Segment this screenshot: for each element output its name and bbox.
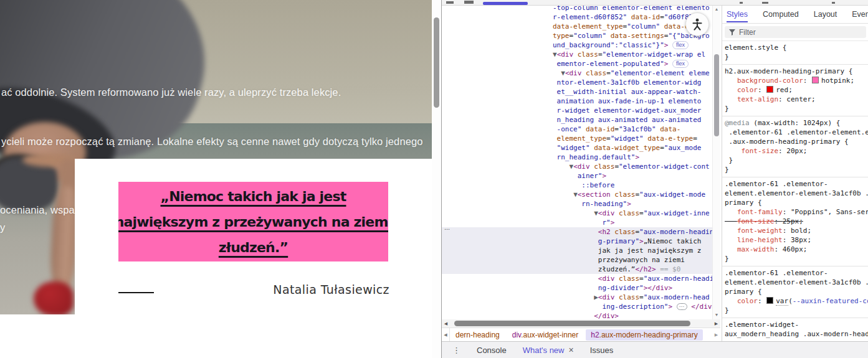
css-rule-line[interactable]: } xyxy=(725,306,868,315)
drawer-tab-whats-new[interactable]: What's new xyxy=(523,346,565,355)
elements-vertical-scrollbar[interactable]: ▲ ▼ xyxy=(712,6,720,319)
dom-tree-line[interactable]: ▼<section class="aux-widget-mode xyxy=(442,190,712,199)
dom-tree-line[interactable]: ng-divider"></div> xyxy=(442,283,712,293)
dom-tree-line[interactable]: g-primary">„Niemoc takich xyxy=(442,237,712,246)
breadcrumb-scroll-right-icon[interactable]: ▶ xyxy=(712,328,720,341)
page-scrollbar[interactable] xyxy=(432,0,441,358)
dom-tree-line[interactable]: przeżywanych na ziemi xyxy=(442,255,712,265)
css-rule-line[interactable]: } xyxy=(725,254,868,263)
dom-tree-line[interactable]: r-widget elementor-widget-aux_moder xyxy=(442,106,712,115)
dom-tree-line[interactable]: ainer"> xyxy=(442,171,712,181)
css-rule-line[interactable]: .elementor-widget- xyxy=(725,320,868,329)
dom-tree-line[interactable]: ▼<div class="elementor-element eleme xyxy=(442,68,712,78)
device-toolbar-icon[interactable] xyxy=(464,1,474,4)
css-rule[interactable]: element.style {} xyxy=(722,41,868,65)
drawer-menu-icon[interactable]: ⋮ xyxy=(452,346,460,355)
elements-horizontal-scrollbar-thumb[interactable] xyxy=(454,321,690,326)
tab-event-listeners[interactable]: Event Listeners xyxy=(852,7,868,22)
drawer-tab-issues[interactable]: Issues xyxy=(590,346,614,355)
dom-tree-line[interactable]: ▶<div class="aux-modern-head xyxy=(442,293,712,302)
dom-tree-line[interactable]: złudzeń.”</h2> == $0 xyxy=(442,265,712,274)
dom-tree-line[interactable]: ntor-element-3a1cf0b elementor-widg xyxy=(442,78,712,87)
css-rule-line[interactable]: } xyxy=(725,165,868,174)
dom-tree-line[interactable]: -top-column elementor-element elemento xyxy=(442,6,712,12)
css-rule-line[interactable]: element.elementor-element-3a1cf0b .aux-m… xyxy=(725,189,868,198)
dom-tree-line[interactable]: ▼<div class="aux-widget-inne xyxy=(442,209,712,218)
css-rule-line[interactable]: } xyxy=(725,104,868,113)
css-rule-line[interactable]: primary { xyxy=(725,198,868,207)
css-rule-line[interactable]: font-weight: bold; xyxy=(725,226,868,235)
scroll-right-icon[interactable]: ▶ xyxy=(712,319,720,327)
css-rules-list: element.style {}h2.aux-modern-heading-pr… xyxy=(722,41,868,341)
page-scrollbar-thumb[interactable] xyxy=(434,17,439,108)
dom-tree-line[interactable]: </div> xyxy=(442,311,712,319)
dom-tree-line[interactable]: n_heading aux-animated aux-animated xyxy=(442,115,712,125)
css-rule-line[interactable]: .elementor-61 .elementor- xyxy=(725,179,868,189)
css-rule-line[interactable]: text-align: center; xyxy=(725,95,868,104)
dom-tree-line[interactable]: data-element_type="column" data-e- xyxy=(442,22,712,31)
dom-tree-line[interactable]: ing-description"> ⋯ </div> xyxy=(442,302,712,311)
selected-node-menu-dots[interactable]: ⋯ xyxy=(444,226,451,232)
css-rule-line[interactable]: .elementor-61 .elementor-element.element… xyxy=(725,128,868,137)
dom-tree-line[interactable]: element_type="widget" data-e-type= xyxy=(442,134,712,143)
scroll-up-icon[interactable]: ▲ xyxy=(713,7,720,11)
dom-tree-line[interactable]: <div class="aux-modern-headi xyxy=(442,274,712,283)
css-rule-line[interactable]: background-color: hotpink; xyxy=(725,76,868,85)
elements-vertical-scrollbar-thumb[interactable] xyxy=(714,54,719,136)
elements-tab-indicator[interactable] xyxy=(483,2,528,5)
accessibility-widget-button[interactable] xyxy=(685,12,709,36)
scroll-left-icon[interactable]: ◀ xyxy=(442,319,450,327)
css-rule-line[interactable]: font-size: 25px; xyxy=(725,217,868,226)
dom-tree-line[interactable]: type="column" data-settings="{"backgro xyxy=(442,31,712,40)
styles-filter-input[interactable]: Filter xyxy=(725,26,866,38)
scroll-down-icon[interactable]: ▼ xyxy=(713,313,720,317)
css-rule-line[interactable]: aux_modern_heading .aux-modern-heading-p… xyxy=(725,329,868,339)
breadcrumb-item[interactable]: h2.aux-modern-heading-primary xyxy=(586,329,702,341)
css-rule-line[interactable]: color: var(--auxin-featured-color xyxy=(725,296,868,306)
dom-tree-line[interactable]: ▼<div class="elementor-widget-wrap el xyxy=(442,50,712,59)
css-rule[interactable]: h2.aux-modern-heading-primary { backgrou… xyxy=(722,65,868,116)
css-rule-line[interactable]: primary { xyxy=(725,287,868,296)
dom-tree-line[interactable]: und_background":"classic"}"> flex xyxy=(442,40,712,50)
dom-tree-line[interactable]: jak ja jest największym z xyxy=(442,246,712,255)
dom-tree-line[interactable]: rn_heading.default"> xyxy=(442,153,712,162)
dom-tree-line[interactable]: rn-heading"> xyxy=(442,199,712,209)
breadcrumb-scroll-left-icon[interactable]: ◀ xyxy=(442,328,450,341)
drawer-tab-console[interactable]: Console xyxy=(477,346,507,355)
css-rule-line[interactable]: } xyxy=(725,156,868,165)
dom-tree-line[interactable]: ::before xyxy=(442,181,712,190)
css-rule-line[interactable]: max-width: 460px; xyxy=(725,245,868,254)
dom-tree-line[interactable]: r-element-d60f852" data-id="d60f852" xyxy=(442,12,712,22)
css-rule[interactable]: .elementor-widget-aux_modern_heading .au… xyxy=(722,318,868,341)
css-rule[interactable]: @media (max-width: 1024px) { .elementor-… xyxy=(722,116,868,177)
dom-tree-line[interactable]: et__width-initial aux-appear-watch- xyxy=(442,87,712,97)
dom-tree-line[interactable]: ementor-element-populated"> flex xyxy=(442,59,712,68)
inspect-icon[interactable] xyxy=(446,1,454,4)
css-rule-line[interactable]: font-family: "Poppins", Sans-serif; xyxy=(725,207,868,217)
css-rule-line[interactable]: element.elementor-element-3a1cf0b .aux-m… xyxy=(725,278,868,287)
breadcrumb-item[interactable]: dern-heading xyxy=(451,329,505,341)
elements-horizontal-scrollbar[interactable]: ◀ ▶ xyxy=(442,319,720,327)
dom-tree-line[interactable]: -once" data-id="3a1cf0b" data- xyxy=(442,125,712,134)
css-rule[interactable]: .elementor-61 .elementor-element.element… xyxy=(722,177,868,266)
dom-tree-line[interactable]: animation aux-fade-in-up-1 elemento xyxy=(442,97,712,106)
css-rule-line[interactable]: color: red; xyxy=(725,85,868,95)
tab-styles[interactable]: Styles xyxy=(727,7,748,22)
css-rule-line[interactable]: font-size: 20px; xyxy=(725,146,868,156)
css-rule-line[interactable]: element.style { xyxy=(725,43,868,52)
tab-layout[interactable]: Layout xyxy=(814,7,837,22)
css-rule[interactable]: .elementor-61 .elementor-element.element… xyxy=(722,266,868,318)
dom-tree-line[interactable]: "widget" data-widget_type="aux_mode xyxy=(442,143,712,153)
dom-tree-line[interactable]: ▼<div class="elementor-widget-cont xyxy=(442,162,712,171)
css-rule-line[interactable]: .elementor-61 .elementor- xyxy=(725,268,868,278)
css-rule-line[interactable]: .aux-modern-heading-primary { xyxy=(725,137,868,146)
tab-computed[interactable]: Computed xyxy=(763,7,799,22)
css-rule-line[interactable]: line-height: 38px; xyxy=(725,235,868,245)
css-rule-line[interactable]: @media (max-width: 1024px) { xyxy=(725,118,868,128)
close-icon[interactable]: × xyxy=(569,345,574,355)
css-rule-line[interactable]: } xyxy=(725,52,868,62)
css-rule-line[interactable]: h2.aux-modern-heading-primary { xyxy=(725,67,868,76)
breadcrumb-item[interactable]: div.aux-widget-inner xyxy=(507,329,584,341)
dom-tree-line[interactable]: r"> xyxy=(442,218,712,227)
dom-tree-line[interactable]: <h2 class="aux-modern-headin xyxy=(442,227,712,237)
